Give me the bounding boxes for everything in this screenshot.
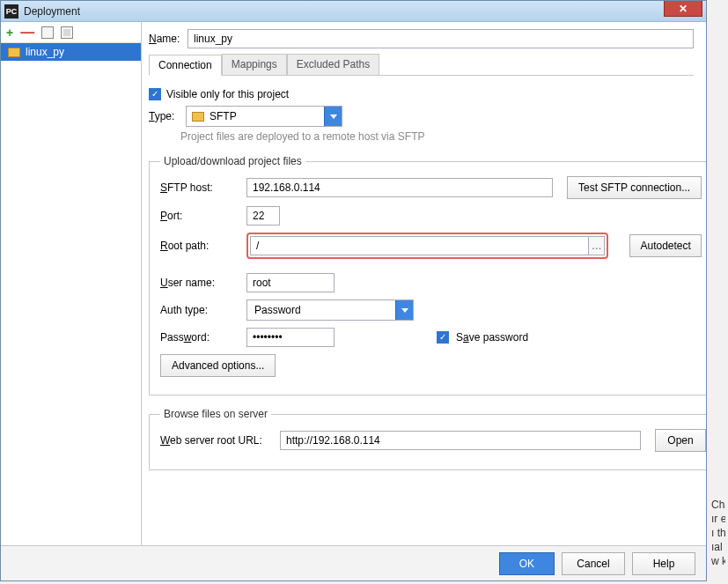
type-combo[interactable]: SFTP xyxy=(186,106,342,127)
root-path-input[interactable] xyxy=(250,236,589,255)
auth-type-label: Auth type: xyxy=(160,304,239,316)
browse-legend: Browse files on server xyxy=(160,408,271,420)
sftp-icon xyxy=(192,112,204,122)
tab-connection[interactable]: Connection xyxy=(149,55,222,76)
titlebar[interactable]: PC Deployment ✕ xyxy=(1,1,706,22)
sidebar-toolbar: + — xyxy=(1,22,141,43)
web-url-label: Web server root URL: xyxy=(160,434,273,447)
visible-only-label: Visible only for this project xyxy=(166,88,289,100)
name-label: Name: xyxy=(149,33,188,45)
help-button[interactable]: Help xyxy=(632,552,695,575)
pc-icon: PC xyxy=(4,4,18,18)
web-url-input[interactable] xyxy=(280,431,641,450)
username-input[interactable] xyxy=(246,273,335,292)
tabs: Connection Mappings Excluded Paths xyxy=(149,54,694,76)
sidebar-item-label: linux_py xyxy=(26,46,64,58)
visible-only-checkbox[interactable]: ✓ xyxy=(149,88,161,100)
sftp-host-label: SFTP host: xyxy=(160,181,239,194)
paste-icon[interactable] xyxy=(61,26,73,39)
root-path-highlight: … xyxy=(246,233,608,259)
sftp-host-input[interactable] xyxy=(246,178,553,197)
server-icon xyxy=(8,48,20,57)
upload-legend: Upload/download project files xyxy=(160,155,305,167)
sidebar: + — linux_py xyxy=(1,22,142,545)
browse-files-group: Browse files on server Web server root U… xyxy=(149,408,706,470)
window-title: Deployment xyxy=(24,5,80,18)
port-input[interactable] xyxy=(246,206,280,225)
type-hint: Project files are deployed to a remote h… xyxy=(180,130,694,143)
chevron-down-icon[interactable] xyxy=(324,107,342,126)
save-password-checkbox[interactable]: ✓ xyxy=(437,331,449,344)
dialog-footer: OK Cancel Help xyxy=(1,545,706,580)
advanced-options-button[interactable]: Advanced options... xyxy=(160,354,276,377)
root-path-label: Root path: xyxy=(160,240,239,252)
username-label: User name: xyxy=(160,277,239,289)
remove-icon[interactable]: — xyxy=(20,29,34,36)
browse-root-button[interactable]: … xyxy=(589,236,605,255)
close-button[interactable]: ✕ xyxy=(664,1,702,17)
copy-icon[interactable] xyxy=(41,26,54,39)
save-password-label: Save password xyxy=(456,331,528,344)
tab-excluded-paths[interactable]: Excluded Paths xyxy=(287,54,379,75)
ok-button[interactable]: OK xyxy=(499,552,555,575)
tab-mappings[interactable]: Mappings xyxy=(222,54,287,75)
password-label: Password: xyxy=(160,331,239,344)
cancel-button[interactable]: Cancel xyxy=(562,552,625,575)
type-label: Type: xyxy=(149,110,180,122)
open-button[interactable]: Open xyxy=(655,429,706,452)
background-text-fragment: Cha ır e ı th ıal w ki xyxy=(711,498,725,568)
auth-type-value: Password xyxy=(247,304,308,316)
add-icon[interactable]: + xyxy=(6,26,13,40)
chevron-down-icon[interactable] xyxy=(395,300,413,320)
auth-type-combo[interactable]: Password xyxy=(246,299,414,321)
main-panel: Name: Connection Mappings Excluded Paths… xyxy=(142,22,706,545)
type-value: SFTP xyxy=(210,110,324,122)
upload-download-group: Upload/download project files SFTP host:… xyxy=(149,155,706,395)
deployment-dialog: PC Deployment ✕ + — linux_py Name: Conne… xyxy=(0,0,707,581)
sidebar-item-linux-py[interactable]: linux_py xyxy=(1,43,141,61)
password-input[interactable] xyxy=(246,328,335,347)
test-connection-button[interactable]: Test SFTP connection... xyxy=(567,176,702,199)
name-input[interactable] xyxy=(188,29,694,48)
autodetect-button[interactable]: Autodetect xyxy=(629,234,702,257)
port-label: Port: xyxy=(160,210,239,222)
